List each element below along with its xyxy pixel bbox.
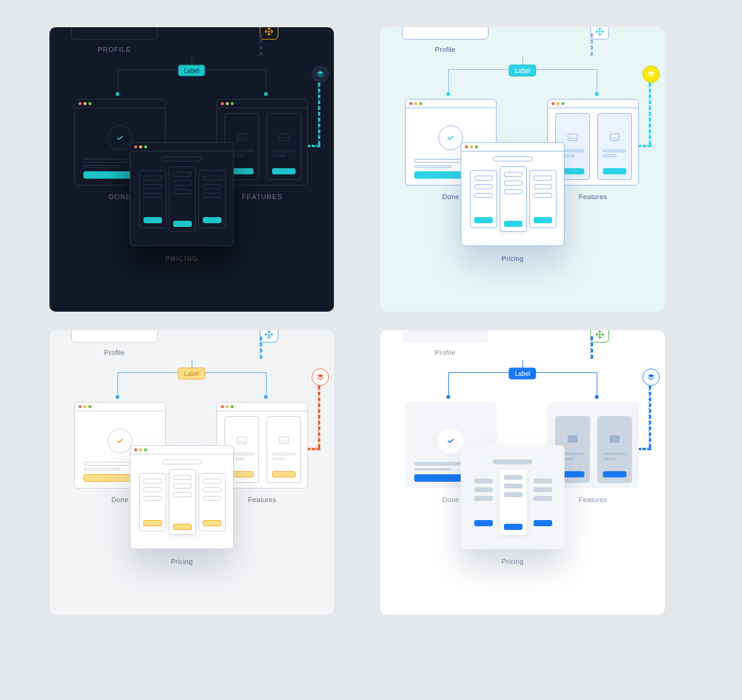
- pricing-label[interactable]: PRICING: [166, 255, 198, 262]
- label-tag[interactable]: Label: [509, 65, 536, 77]
- profile-label[interactable]: PROFILE: [98, 46, 131, 53]
- connector[interactable]: [318, 83, 320, 145]
- pricing-label[interactable]: Pricing: [171, 558, 193, 565]
- theme-panel-dark: PROFILELabelDONEFEATURESPRICING: [49, 27, 334, 312]
- label-tag[interactable]: Label: [509, 368, 536, 380]
- pricing-window[interactable]: [461, 142, 565, 246]
- connector-node[interactable]: [264, 92, 268, 96]
- move-icon[interactable]: [260, 27, 278, 40]
- connector[interactable]: [448, 69, 449, 94]
- connector[interactable]: [649, 83, 651, 145]
- layers-icon[interactable]: [642, 66, 660, 83]
- connector[interactable]: [649, 386, 651, 448]
- layers-icon[interactable]: [642, 369, 660, 386]
- connector[interactable]: [318, 386, 320, 448]
- pricing-label[interactable]: Pricing: [501, 558, 524, 565]
- connector-node[interactable]: [264, 395, 268, 399]
- connector[interactable]: [591, 336, 593, 359]
- connector-node[interactable]: [446, 395, 450, 399]
- connector[interactable]: [260, 336, 262, 359]
- connector[interactable]: [117, 69, 118, 94]
- theme-panel-blue: ProfileLabelDoneFeaturesPricing: [380, 330, 665, 615]
- profile-window[interactable]: [71, 330, 158, 343]
- profile-window[interactable]: [402, 27, 488, 40]
- pricing-window[interactable]: [461, 445, 565, 549]
- done-label[interactable]: DONE: [109, 193, 131, 200]
- done-label[interactable]: Done: [442, 496, 459, 503]
- features-label[interactable]: Features: [248, 496, 276, 503]
- connector[interactable]: [266, 372, 267, 397]
- features-label[interactable]: Features: [579, 496, 607, 503]
- label-tag[interactable]: Label: [178, 368, 205, 380]
- profile-window[interactable]: [71, 27, 158, 40]
- connector[interactable]: [597, 69, 597, 94]
- label-tag[interactable]: Label: [178, 65, 205, 77]
- connector[interactable]: [117, 372, 118, 397]
- pricing-window[interactable]: [130, 142, 234, 246]
- pricing-label[interactable]: Pricing: [501, 255, 524, 262]
- done-label[interactable]: Done: [442, 193, 459, 200]
- connector-node[interactable]: [116, 92, 119, 96]
- connector-node[interactable]: [595, 92, 599, 96]
- profile-window[interactable]: [402, 330, 488, 343]
- connector[interactable]: [591, 33, 593, 56]
- profile-label[interactable]: Profile: [104, 349, 124, 356]
- move-icon[interactable]: [591, 330, 609, 343]
- pricing-window[interactable]: [130, 445, 234, 549]
- theme-panel-warm: ProfileLabelDoneFeaturesPricing: [49, 330, 334, 615]
- connector[interactable]: [448, 372, 449, 397]
- theme-panel-teal: ProfileLabelDoneFeaturesPricing: [380, 27, 665, 312]
- profile-label[interactable]: Profile: [435, 349, 455, 356]
- layers-icon[interactable]: [312, 66, 329, 83]
- done-label[interactable]: Done: [111, 496, 129, 503]
- connector-node[interactable]: [116, 395, 119, 399]
- connector-node[interactable]: [446, 92, 450, 96]
- features-label[interactable]: Features: [579, 193, 607, 200]
- features-label[interactable]: FEATURES: [242, 193, 283, 200]
- connector[interactable]: [597, 372, 597, 397]
- connector-node[interactable]: [595, 395, 599, 399]
- connector[interactable]: [260, 33, 262, 56]
- move-icon[interactable]: [260, 330, 278, 343]
- connector[interactable]: [266, 69, 267, 94]
- profile-label[interactable]: Profile: [435, 46, 455, 53]
- layers-icon[interactable]: [312, 369, 329, 386]
- move-icon[interactable]: [591, 27, 609, 40]
